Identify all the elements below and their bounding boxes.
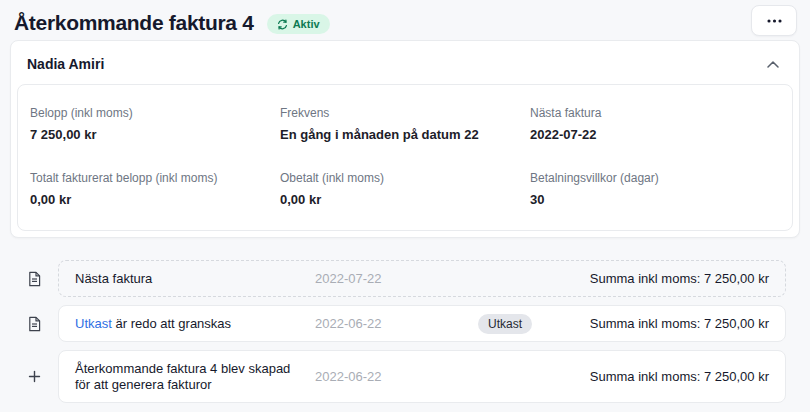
timeline-date: 2022-06-22	[315, 316, 478, 331]
field-frequency: Frekvens En gång i månaden på datum 22	[280, 106, 530, 143]
recurring-icon	[277, 19, 288, 30]
document-icon	[10, 316, 58, 332]
plus-icon	[10, 370, 58, 383]
document-icon	[10, 271, 58, 287]
timeline-message: är redo att granskas	[112, 316, 231, 331]
timeline-card-upcoming[interactable]: Nästa faktura 2022-07-22 Summa inkl moms…	[58, 260, 786, 297]
timeline-message: Återkommande faktura 4 blev skapad för a…	[75, 361, 290, 392]
field-next-invoice: Nästa faktura 2022-07-22	[530, 106, 780, 143]
field-value: 0,00 kr	[30, 192, 280, 208]
timeline-row-upcoming: Nästa faktura 2022-07-22 Summa inkl moms…	[10, 260, 786, 297]
page-title: Återkommande faktura 4	[14, 11, 254, 35]
more-options-button[interactable]	[751, 5, 797, 36]
field-unpaid: Obetalt (inkl moms) 0,00 kr	[280, 171, 530, 208]
field-value: 30	[530, 192, 780, 208]
timeline-date: 2022-06-22	[315, 369, 478, 384]
field-label: Totalt fakturerat belopp (inkl moms)	[30, 171, 280, 185]
timeline-summary: Summa inkl moms: 7 250,00 kr	[590, 271, 769, 286]
field-value: 7 250,00 kr	[30, 127, 280, 143]
draft-link[interactable]: Utkast	[75, 316, 112, 331]
field-label: Obetalt (inkl moms)	[280, 171, 530, 185]
field-total-invoiced: Totalt fakturerat belopp (inkl moms) 0,0…	[30, 171, 280, 208]
field-value: 0,00 kr	[280, 192, 530, 208]
field-value: 2022-07-22	[530, 127, 780, 143]
customer-card-header[interactable]: Nadia Amiri	[11, 41, 799, 84]
field-label: Betalningsvillkor (dagar)	[530, 171, 780, 185]
chevron-up-icon[interactable]	[763, 59, 783, 70]
recurring-invoice-card: Nadia Amiri Belopp (inkl moms) 7 250,00 …	[10, 40, 800, 238]
timeline-row-draft: Utkast är redo att granskas 2022-06-22 U…	[10, 305, 786, 342]
invoice-details-grid: Belopp (inkl moms) 7 250,00 kr Frekvens …	[17, 84, 793, 231]
timeline: Nästa faktura 2022-07-22 Summa inkl moms…	[0, 260, 810, 403]
timeline-summary: Summa inkl moms: 7 250,00 kr	[590, 369, 769, 384]
draft-status-badge: Utkast	[478, 314, 532, 334]
timeline-message: Nästa faktura	[75, 271, 152, 286]
customer-name: Nadia Amiri	[27, 56, 104, 72]
timeline-date: 2022-07-22	[315, 271, 478, 286]
timeline-summary: Summa inkl moms: 7 250,00 kr	[590, 316, 769, 331]
field-payment-terms: Betalningsvillkor (dagar) 30	[530, 171, 780, 208]
field-value: En gång i månaden på datum 22	[280, 127, 530, 143]
field-label: Belopp (inkl moms)	[30, 106, 280, 120]
ellipsis-icon	[767, 19, 782, 23]
field-amount: Belopp (inkl moms) 7 250,00 kr	[30, 106, 280, 143]
timeline-card-draft[interactable]: Utkast är redo att granskas 2022-06-22 U…	[58, 305, 786, 342]
field-label: Frekvens	[280, 106, 530, 120]
page-header: Återkommande faktura 4 Aktiv	[0, 0, 810, 40]
status-badge-label: Aktiv	[293, 18, 320, 30]
status-badge: Aktiv	[267, 14, 330, 34]
timeline-card-created[interactable]: Återkommande faktura 4 blev skapad för a…	[58, 350, 786, 403]
field-label: Nästa faktura	[530, 106, 780, 120]
timeline-row-created: Återkommande faktura 4 blev skapad för a…	[10, 350, 786, 403]
